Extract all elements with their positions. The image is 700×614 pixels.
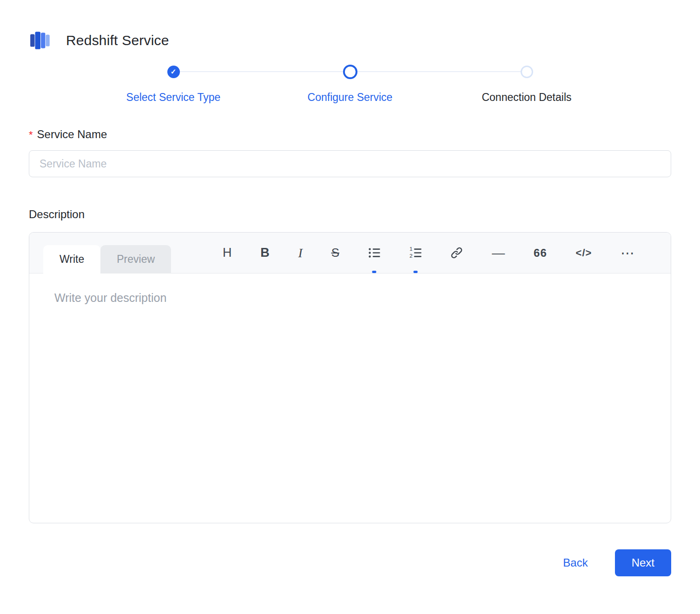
horizontal-rule-icon[interactable]: — (489, 233, 508, 273)
step-pending-circle-icon (521, 66, 533, 78)
bulleted-list-icon[interactable] (365, 233, 383, 273)
service-name-input[interactable] (29, 150, 671, 177)
description-label-text: Description (29, 208, 85, 221)
description-editor: Write Preview H B I S (29, 232, 671, 523)
editor-toolbar-icons: H B I S 1 (171, 233, 671, 273)
service-name-label-text: Service Name (37, 128, 107, 141)
bold-icon[interactable]: B (258, 233, 272, 273)
step-configure-service[interactable]: Configure Service (262, 64, 438, 104)
description-textarea[interactable] (53, 290, 647, 506)
strikethrough-icon[interactable]: S (329, 233, 342, 273)
description-label: Description (29, 208, 671, 221)
editor-tabs: Write Preview (43, 233, 171, 273)
step-label: Configure Service (308, 91, 393, 104)
wizard-footer: Back Next (29, 549, 671, 576)
step-connection-details[interactable]: Connection Details (438, 64, 615, 104)
step-completed-check-icon: ✓ (167, 66, 180, 78)
more-icon[interactable]: ⋯ (618, 233, 638, 273)
check-icon: ✓ (171, 67, 177, 76)
service-wizard-page: Redshift Service ✓ Select Service Type C… (0, 0, 700, 576)
step-label: Select Service Type (126, 91, 221, 104)
step-label: Connection Details (482, 91, 571, 104)
bulleted-list-active-mark (372, 271, 376, 273)
redshift-service-icon (29, 29, 52, 52)
numbered-list-icon[interactable]: 1 2 (407, 233, 425, 273)
page-header: Redshift Service (29, 28, 671, 53)
italic-icon[interactable]: I (296, 233, 305, 273)
editor-toolbar: Write Preview H B I S (29, 233, 671, 274)
editor-body (29, 274, 671, 523)
next-button[interactable]: Next (615, 549, 671, 576)
heading-icon[interactable]: H (220, 233, 235, 273)
step-active-circle-icon (343, 65, 357, 79)
step-select-service-type[interactable]: ✓ Select Service Type (85, 64, 262, 104)
link-icon[interactable] (448, 233, 466, 273)
page-title: Redshift Service (66, 33, 169, 48)
code-icon[interactable]: </> (573, 233, 595, 273)
numbered-list-active-mark (414, 271, 418, 273)
svg-text:1: 1 (409, 247, 413, 252)
required-asterisk: * (29, 129, 33, 141)
tab-write[interactable]: Write (43, 245, 100, 274)
service-name-label: * Service Name (29, 128, 671, 141)
wizard-stepper: ✓ Select Service Type Configure Service … (85, 64, 615, 104)
svg-text:2: 2 (409, 253, 413, 259)
tab-preview[interactable]: Preview (100, 245, 171, 274)
back-button[interactable]: Back (560, 556, 590, 570)
quote-icon[interactable]: 66 (531, 233, 550, 273)
